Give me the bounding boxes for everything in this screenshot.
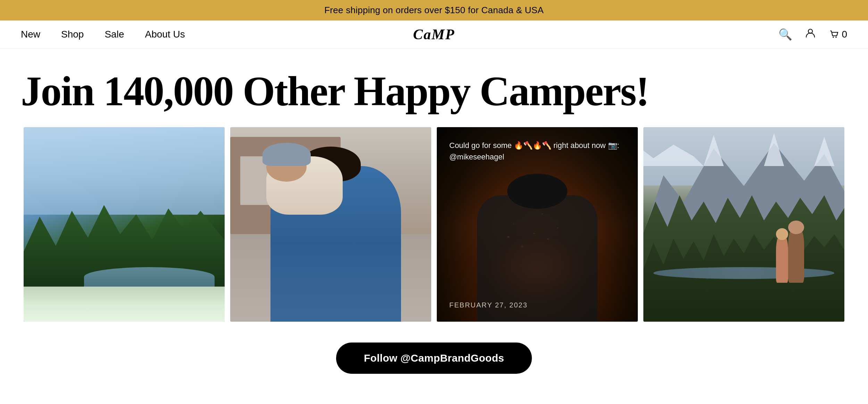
social-image-1[interactable]: [24, 127, 225, 322]
nav-item-sale[interactable]: Sale: [105, 29, 124, 40]
hero-section: Join 140,000 Other Happy Campers!: [0, 49, 868, 127]
announcement-text: Free shipping on orders over $150 for Ca…: [324, 5, 544, 15]
svg-point-1: [833, 36, 834, 38]
cart-button[interactable]: 0: [828, 29, 847, 40]
nav-item-new[interactable]: New: [21, 29, 40, 40]
social-image-3[interactable]: Could go for some 🔥🪓🔥🪓 right about now 📷…: [437, 127, 638, 322]
nav-left: New Shop Sale About Us: [21, 29, 185, 40]
social-image-grid: Could go for some 🔥🪓🔥🪓 right about now 📷…: [0, 127, 868, 322]
cart-count: 0: [842, 29, 847, 40]
hero-heading: Join 140,000 Other Happy Campers!: [21, 69, 847, 113]
nav-item-about[interactable]: About Us: [145, 29, 185, 40]
social-image-2[interactable]: [230, 127, 431, 322]
social-image-3-caption: Could go for some 🔥🪓🔥🪓 right about now 📷…: [449, 140, 625, 163]
social-image-4[interactable]: [643, 127, 844, 322]
search-icon[interactable]: 🔍: [778, 28, 792, 41]
announcement-bar: Free shipping on orders over $150 for Ca…: [0, 0, 868, 20]
svg-point-2: [836, 36, 837, 38]
header: New Shop Sale About Us CaMP 🔍 0: [0, 20, 868, 49]
follow-section: Follow @CampBrandGoods: [0, 322, 868, 402]
follow-button[interactable]: Follow @CampBrandGoods: [336, 343, 532, 374]
nav-right: 🔍 0: [778, 27, 847, 41]
nav-item-shop[interactable]: Shop: [61, 29, 84, 40]
account-icon[interactable]: [805, 27, 816, 41]
site-logo[interactable]: CaMP: [413, 26, 455, 43]
social-image-3-date: February 27, 2023: [449, 301, 625, 309]
